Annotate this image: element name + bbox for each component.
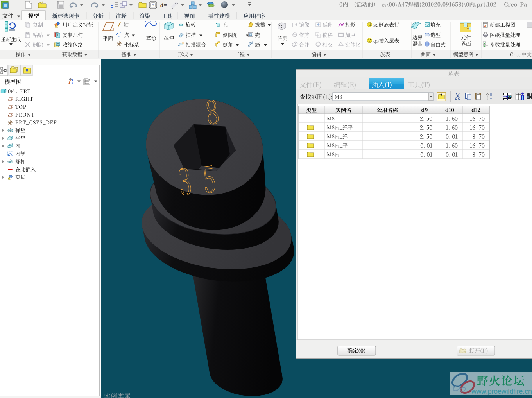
svg-text:A: A	[152, 3, 154, 7]
svg-text:d=: d=	[160, 2, 167, 8]
svg-text:dr: dr	[484, 24, 487, 27]
svg-text:www.proewildfire.cn: www.proewildfire.cn	[471, 387, 532, 395]
